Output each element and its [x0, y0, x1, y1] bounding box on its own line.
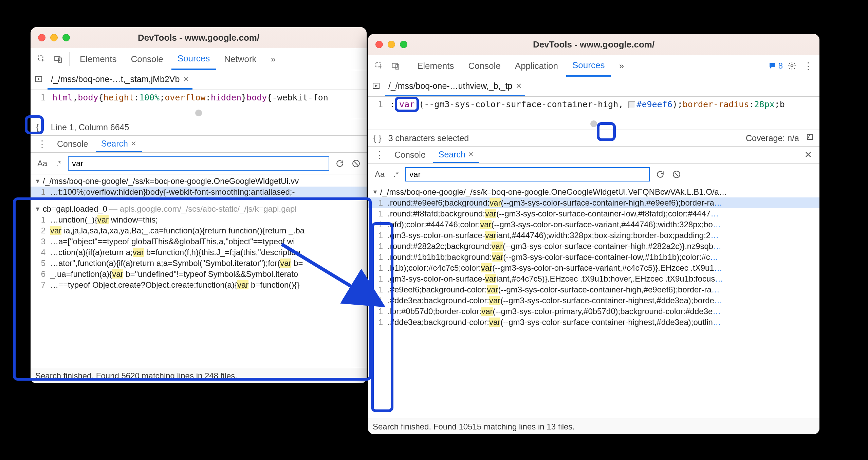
- messages-badge[interactable]: 8: [768, 61, 783, 71]
- device-toolbar-icon[interactable]: [388, 59, 403, 73]
- result-line[interactable]: 1.round:#e9eef6;background:var(--gm3-sys…: [368, 197, 819, 208]
- tab-sources[interactable]: Sources: [171, 48, 216, 70]
- file-tabs: /_/mss/boq-one-…t,_stam,jMb2Vb ✕: [31, 70, 367, 90]
- result-line-number: 1: [372, 296, 388, 305]
- search-input[interactable]: [68, 156, 329, 171]
- result-group[interactable]: ▼ /_/mss/boq-one-google/_/ss/k=boq-one-g…: [31, 174, 367, 187]
- tab-elements[interactable]: Elements: [411, 55, 460, 77]
- code-line[interactable]: :var(--gm3-sys-color-surface-container-h…: [387, 99, 785, 109]
- result-line[interactable]: 1.#e9eef6;background-color:var(--gm3-sys…: [368, 284, 819, 295]
- result-line-text: .b1b);color:#c4c7c5;color:var(--gm3-sys-…: [388, 263, 722, 273]
- close-drawer-icon[interactable]: ✕: [801, 150, 815, 160]
- minimize-window-button[interactable]: [50, 34, 58, 41]
- drawer-tab-search[interactable]: Search✕: [96, 136, 142, 152]
- inspect-icon[interactable]: [35, 52, 49, 66]
- close-drawer-tab-icon[interactable]: ✕: [468, 150, 474, 158]
- disclosure-icon[interactable]: ▼: [372, 189, 378, 196]
- tabs-overflow[interactable]: »: [613, 55, 630, 77]
- close-file-icon[interactable]: ✕: [183, 75, 189, 84]
- color-swatch[interactable]: [628, 101, 635, 108]
- result-group[interactable]: ▼ cb=gapi.loaded_0 — apis.google.com/_/s…: [31, 202, 367, 214]
- result-line[interactable]: 1.#dde3ea;background-color:var(--gm3-sys…: [368, 317, 819, 328]
- panel-tabs: Elements Console Application Sources » 8…: [368, 55, 819, 77]
- result-line[interactable]: 1.gm3-sys-color-on-surface-variant,#4447…: [368, 230, 819, 241]
- inspect-icon[interactable]: [372, 59, 386, 73]
- minimize-window-button[interactable]: [388, 41, 395, 48]
- drawer-tab-console[interactable]: Console: [389, 147, 431, 163]
- file-tab[interactable]: /_/mss/boq-one-…t,_stam,jMb2Vb ✕: [48, 70, 192, 90]
- pretty-print-icon[interactable]: { }: [36, 122, 44, 132]
- refresh-icon[interactable]: [334, 158, 346, 169]
- result-line[interactable]: 1.gm3-sys-color-on-surface-variant,#c4c7…: [368, 273, 819, 284]
- tab-application[interactable]: Application: [509, 55, 564, 77]
- search-results[interactable]: ▼ /_/mss/boq-one-google/_/ss/k=boq-one-g…: [368, 185, 819, 419]
- result-group[interactable]: ▼ /_/mss/boq-one-google/_/ss/k=boq-one-g…: [368, 185, 819, 197]
- result-line[interactable]: 1…t:100%;overflow:hidden}body{-webkit-fo…: [31, 187, 367, 197]
- close-drawer-tab-icon[interactable]: ✕: [131, 139, 136, 148]
- messages-count: 8: [778, 61, 783, 71]
- close-file-icon[interactable]: ✕: [516, 82, 522, 91]
- result-line[interactable]: 5…ator",function(a){if(a)return a;a=Symb…: [31, 258, 367, 269]
- close-window-button[interactable]: [375, 41, 383, 48]
- code-line[interactable]: html,body{height:100%;overflow:hidden}bo…: [50, 93, 328, 102]
- tab-console[interactable]: Console: [125, 48, 169, 70]
- zoom-window-button[interactable]: [62, 34, 70, 41]
- search-results[interactable]: ▼ /_/mss/boq-one-google/_/ss/k=boq-one-g…: [31, 174, 367, 368]
- result-line[interactable]: 1.afd);color:#444746;color:var(--gm3-sys…: [368, 219, 819, 230]
- result-line[interactable]: 1.#dde3ea;background-color:var(--gm3-sys…: [368, 295, 819, 306]
- pretty-print-icon[interactable]: { }: [373, 133, 382, 143]
- result-line-number: 7: [35, 280, 50, 290]
- navigator-toggle-icon[interactable]: [35, 75, 43, 85]
- file-tab[interactable]: /_/mss/boq-one-…uthview,_b,_tp ✕: [385, 77, 525, 96]
- regex-button[interactable]: .*: [54, 158, 63, 169]
- drawer-menu-icon[interactable]: ⋮: [372, 149, 387, 160]
- match-case-button[interactable]: Aa: [373, 169, 387, 180]
- titlebar[interactable]: DevTools - www.google.com/: [31, 27, 367, 48]
- result-line[interactable]: 1.lor:#0b57d0;border-color:var(--gm3-sys…: [368, 306, 819, 317]
- clear-icon[interactable]: [350, 158, 362, 169]
- result-line-number: 3: [35, 237, 50, 246]
- close-window-button[interactable]: [38, 34, 45, 41]
- disclosure-icon[interactable]: ▼: [35, 178, 41, 185]
- match-case-button[interactable]: Aa: [35, 158, 49, 169]
- tab-network[interactable]: Network: [218, 48, 262, 70]
- search-input[interactable]: [405, 167, 650, 181]
- navigator-toggle-icon[interactable]: [372, 82, 380, 92]
- code-editor[interactable]: 1 :var(--gm3-sys-color-surface-container…: [368, 97, 819, 118]
- zoom-window-button[interactable]: [400, 41, 407, 48]
- tab-console[interactable]: Console: [462, 55, 506, 77]
- result-line[interactable]: 1.round:#1b1b1b;background:var(--gm3-sys…: [368, 252, 819, 263]
- result-line[interactable]: 1.round:#282a2c;background:var(--gm3-sys…: [368, 241, 819, 252]
- result-line[interactable]: 2var ia,ja,la,sa,ta,xa,ya,Ba;_.ca=functi…: [31, 225, 367, 236]
- result-line[interactable]: 1.round:#f8fafd;background:var(--gm3-sys…: [368, 208, 819, 219]
- scroll-indicator[interactable]: [368, 118, 819, 130]
- more-menu-icon[interactable]: ⋮: [801, 59, 815, 73]
- scroll-indicator[interactable]: [31, 107, 367, 119]
- result-line[interactable]: 3…a=["object"==typeof globalThis&&global…: [31, 236, 367, 247]
- drawer-tab-search[interactable]: Search✕: [433, 147, 479, 163]
- titlebar[interactable]: DevTools - www.google.com/: [368, 34, 819, 55]
- result-line-number: 1: [372, 198, 388, 208]
- clear-icon[interactable]: [671, 169, 682, 180]
- result-line-number: 1: [372, 242, 388, 251]
- result-line[interactable]: 4…ction(a){if(a)return a;var b=function(…: [31, 247, 367, 258]
- result-line[interactable]: 1.b1b);color:#c4c7c5;color:var(--gm3-sys…: [368, 263, 819, 273]
- tab-elements[interactable]: Elements: [74, 48, 123, 70]
- disclosure-icon[interactable]: ▼: [35, 206, 41, 213]
- device-toolbar-icon[interactable]: [51, 52, 65, 66]
- result-line[interactable]: 7…==typeof Object.create?Object.create:f…: [31, 280, 367, 290]
- drawer-tab-console[interactable]: Console: [52, 136, 94, 152]
- settings-icon[interactable]: [785, 59, 799, 73]
- tabs-overflow[interactable]: »: [265, 48, 282, 70]
- result-line-number: 1: [35, 187, 50, 197]
- result-line[interactable]: 1…unction(_){var window=this;: [31, 214, 367, 225]
- drawer-menu-icon[interactable]: ⋮: [35, 138, 50, 150]
- selected-text: var: [395, 97, 419, 112]
- regex-button[interactable]: .*: [391, 169, 401, 179]
- result-line-number: 1: [372, 263, 388, 273]
- result-line[interactable]: 6_.ua=function(a){var b="undefined"!=typ…: [31, 269, 367, 280]
- coverage-icon[interactable]: [806, 133, 814, 143]
- refresh-icon[interactable]: [654, 169, 666, 180]
- code-editor[interactable]: 1 html,body{height:100%;overflow:hidden}…: [31, 90, 367, 107]
- tab-sources[interactable]: Sources: [566, 55, 611, 77]
